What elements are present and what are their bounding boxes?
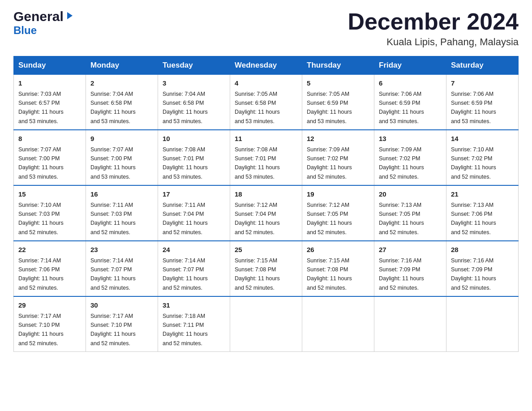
day-info: Sunrise: 7:03 AMSunset: 6:57 PMDaylight:… (18, 91, 64, 124)
day-info: Sunrise: 7:11 AMSunset: 7:04 PMDaylight:… (163, 202, 208, 235)
day-info: Sunrise: 7:05 AMSunset: 6:59 PMDaylight:… (307, 91, 352, 124)
svg-marker-0 (67, 12, 73, 19)
calendar-cell: 13Sunrise: 7:09 AMSunset: 7:02 PMDayligh… (374, 130, 446, 185)
header-sunday: Sunday (14, 56, 86, 75)
day-info: Sunrise: 7:14 AMSunset: 7:06 PMDaylight:… (18, 257, 64, 291)
day-number: 5 (307, 78, 369, 89)
day-number: 13 (379, 134, 442, 144)
calendar-cell: 26Sunrise: 7:15 AMSunset: 7:08 PMDayligh… (302, 241, 374, 296)
day-info: Sunrise: 7:10 AMSunset: 7:03 PMDaylight:… (18, 202, 64, 235)
day-number: 6 (379, 78, 442, 89)
day-number: 8 (18, 134, 81, 144)
logo-blue-text: Blue (13, 24, 37, 37)
calendar-cell: 1Sunrise: 7:03 AMSunset: 6:57 PMDaylight… (14, 75, 86, 130)
calendar-cell: 17Sunrise: 7:11 AMSunset: 7:04 PMDayligh… (158, 185, 230, 241)
day-info: Sunrise: 7:14 AMSunset: 7:07 PMDaylight:… (90, 257, 136, 291)
calendar-cell: 20Sunrise: 7:13 AMSunset: 7:05 PMDayligh… (374, 185, 446, 241)
day-info: Sunrise: 7:12 AMSunset: 7:05 PMDaylight:… (307, 202, 352, 235)
calendar-header-row: SundayMondayTuesdayWednesdayThursdayFrid… (14, 56, 519, 75)
header-thursday: Thursday (302, 56, 374, 75)
day-number: 10 (163, 134, 225, 144)
day-info: Sunrise: 7:04 AMSunset: 6:58 PMDaylight:… (163, 91, 208, 124)
day-info: Sunrise: 7:06 AMSunset: 6:59 PMDaylight:… (379, 91, 424, 124)
day-number: 14 (451, 134, 514, 144)
day-info: Sunrise: 7:11 AMSunset: 7:03 PMDaylight:… (90, 202, 136, 235)
day-number: 23 (90, 245, 153, 255)
calendar-cell: 25Sunrise: 7:15 AMSunset: 7:08 PMDayligh… (230, 241, 302, 296)
day-info: Sunrise: 7:08 AMSunset: 7:01 PMDaylight:… (163, 146, 208, 180)
calendar-cell: 10Sunrise: 7:08 AMSunset: 7:01 PMDayligh… (158, 130, 230, 185)
calendar-cell (446, 296, 519, 352)
day-number: 31 (163, 300, 225, 311)
day-number: 30 (90, 300, 153, 311)
day-number: 1 (18, 78, 81, 89)
calendar-cell: 18Sunrise: 7:12 AMSunset: 7:04 PMDayligh… (230, 185, 302, 241)
day-info: Sunrise: 7:13 AMSunset: 7:06 PMDaylight:… (451, 202, 496, 235)
calendar-cell: 30Sunrise: 7:17 AMSunset: 7:10 PMDayligh… (86, 296, 158, 352)
calendar-cell: 21Sunrise: 7:13 AMSunset: 7:06 PMDayligh… (446, 185, 519, 241)
day-number: 15 (18, 189, 81, 200)
calendar-cell (374, 296, 446, 352)
calendar-cell (230, 296, 302, 352)
calendar-cell: 16Sunrise: 7:11 AMSunset: 7:03 PMDayligh… (86, 185, 158, 241)
day-number: 26 (307, 245, 369, 255)
logo-general-text: General (13, 9, 64, 24)
calendar-week-4: 22Sunrise: 7:14 AMSunset: 7:06 PMDayligh… (14, 241, 519, 296)
calendar-cell: 24Sunrise: 7:14 AMSunset: 7:07 PMDayligh… (158, 241, 230, 296)
day-info: Sunrise: 7:15 AMSunset: 7:08 PMDaylight:… (307, 257, 352, 291)
calendar-week-1: 1Sunrise: 7:03 AMSunset: 6:57 PMDaylight… (14, 75, 519, 130)
calendar-cell: 5Sunrise: 7:05 AMSunset: 6:59 PMDaylight… (302, 75, 374, 130)
day-info: Sunrise: 7:05 AMSunset: 6:58 PMDaylight:… (235, 91, 280, 124)
calendar-table: SundayMondayTuesdayWednesdayThursdayFrid… (13, 56, 519, 352)
day-info: Sunrise: 7:04 AMSunset: 6:58 PMDaylight:… (90, 91, 136, 124)
title-block: December 2024 Kuala Lipis, Pahang, Malay… (348, 9, 519, 48)
calendar-cell: 3Sunrise: 7:04 AMSunset: 6:58 PMDaylight… (158, 75, 230, 130)
calendar-cell: 15Sunrise: 7:10 AMSunset: 7:03 PMDayligh… (14, 185, 86, 241)
header-friday: Friday (374, 56, 446, 75)
day-number: 18 (235, 189, 297, 200)
calendar-cell: 6Sunrise: 7:06 AMSunset: 6:59 PMDaylight… (374, 75, 446, 130)
day-info: Sunrise: 7:17 AMSunset: 7:10 PMDaylight:… (90, 313, 136, 347)
day-info: Sunrise: 7:13 AMSunset: 7:05 PMDaylight:… (379, 202, 424, 235)
day-number: 9 (90, 134, 153, 144)
day-number: 28 (451, 245, 514, 255)
calendar-cell: 4Sunrise: 7:05 AMSunset: 6:58 PMDaylight… (230, 75, 302, 130)
day-number: 24 (163, 245, 225, 255)
day-number: 29 (18, 300, 81, 311)
page-header: General Blue December 2024 Kuala Lipis, … (13, 9, 519, 48)
calendar-cell (302, 296, 374, 352)
day-info: Sunrise: 7:09 AMSunset: 7:02 PMDaylight:… (307, 146, 352, 180)
day-info: Sunrise: 7:17 AMSunset: 7:10 PMDaylight:… (18, 313, 64, 347)
day-info: Sunrise: 7:08 AMSunset: 7:01 PMDaylight:… (235, 146, 280, 180)
day-number: 16 (90, 189, 153, 200)
location-title: Kuala Lipis, Pahang, Malaysia (348, 36, 519, 48)
day-number: 3 (163, 78, 225, 89)
calendar-cell: 22Sunrise: 7:14 AMSunset: 7:06 PMDayligh… (14, 241, 86, 296)
day-number: 2 (90, 78, 153, 89)
calendar-cell: 28Sunrise: 7:16 AMSunset: 7:09 PMDayligh… (446, 241, 519, 296)
calendar-cell: 29Sunrise: 7:17 AMSunset: 7:10 PMDayligh… (14, 296, 86, 352)
calendar-cell: 7Sunrise: 7:06 AMSunset: 6:59 PMDaylight… (446, 75, 519, 130)
header-wednesday: Wednesday (230, 56, 302, 75)
calendar-week-2: 8Sunrise: 7:07 AMSunset: 7:00 PMDaylight… (14, 130, 519, 185)
day-info: Sunrise: 7:18 AMSunset: 7:11 PMDaylight:… (163, 313, 208, 347)
day-info: Sunrise: 7:07 AMSunset: 7:00 PMDaylight:… (18, 146, 64, 180)
month-title: December 2024 (348, 9, 519, 34)
calendar-cell: 11Sunrise: 7:08 AMSunset: 7:01 PMDayligh… (230, 130, 302, 185)
calendar-cell: 12Sunrise: 7:09 AMSunset: 7:02 PMDayligh… (302, 130, 374, 185)
calendar-cell: 27Sunrise: 7:16 AMSunset: 7:09 PMDayligh… (374, 241, 446, 296)
day-info: Sunrise: 7:10 AMSunset: 7:02 PMDaylight:… (451, 146, 496, 180)
calendar-cell: 8Sunrise: 7:07 AMSunset: 7:00 PMDaylight… (14, 130, 86, 185)
day-number: 25 (235, 245, 297, 255)
day-info: Sunrise: 7:16 AMSunset: 7:09 PMDaylight:… (379, 257, 424, 291)
day-info: Sunrise: 7:15 AMSunset: 7:08 PMDaylight:… (235, 257, 280, 291)
day-info: Sunrise: 7:07 AMSunset: 7:00 PMDaylight:… (90, 146, 136, 180)
day-info: Sunrise: 7:12 AMSunset: 7:04 PMDaylight:… (235, 202, 280, 235)
day-number: 21 (451, 189, 514, 200)
calendar-cell: 19Sunrise: 7:12 AMSunset: 7:05 PMDayligh… (302, 185, 374, 241)
logo: General Blue (13, 9, 74, 37)
header-monday: Monday (86, 56, 158, 75)
header-tuesday: Tuesday (158, 56, 230, 75)
day-number: 20 (379, 189, 442, 200)
day-number: 22 (18, 245, 81, 255)
